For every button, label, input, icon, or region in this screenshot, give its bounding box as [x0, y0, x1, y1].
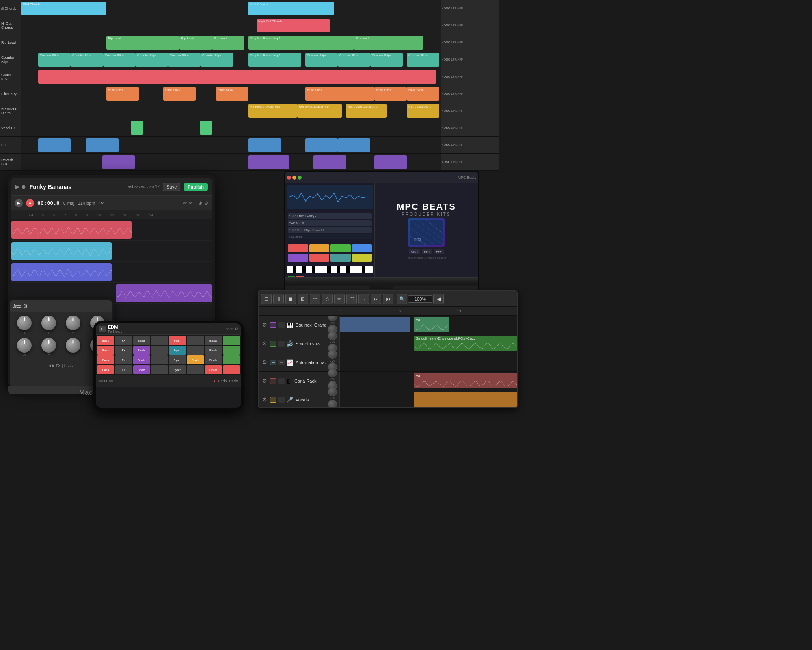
clip[interactable]: Filter Keys [106, 87, 139, 101]
drum-knob[interactable] [66, 316, 80, 330]
ipad-publish-button[interactable]: Publish [184, 183, 208, 191]
pad-cell[interactable] [330, 244, 351, 252]
iphone-pad[interactable]: Beats [133, 365, 150, 374]
iphone-pad[interactable]: Beats [133, 346, 150, 355]
vol-knob[interactable] [328, 406, 337, 407]
solo-button[interactable]: — [278, 378, 285, 384]
grid-button[interactable]: ⊞ [298, 294, 308, 304]
iphone-pad[interactable] [187, 365, 204, 374]
iphone-pad[interactable] [187, 336, 204, 345]
vol-knob[interactable] [328, 331, 337, 340]
clip[interactable] [248, 138, 281, 152]
iphone-pad[interactable]: Beats [205, 346, 222, 355]
iphone-pad[interactable]: Beats [187, 355, 204, 364]
ipad-clip[interactable] [11, 263, 112, 281]
clip[interactable] [102, 155, 135, 169]
iphone-pad[interactable] [223, 336, 240, 345]
iphone-pad[interactable]: Synth [169, 365, 186, 374]
ipad-clip[interactable] [11, 221, 132, 239]
monitor-icon[interactable]: ⊡ [261, 294, 272, 304]
clip[interactable]: High-Cut Chords [257, 19, 330, 32]
clip[interactable]: RetroMod Digital Arp [297, 104, 342, 118]
iphone-pad[interactable]: Bass [97, 336, 114, 345]
skip-back[interactable]: ⏮ [383, 294, 393, 304]
iphone-pad[interactable]: FX [115, 365, 132, 374]
iphone-pad[interactable] [151, 355, 168, 364]
ipad-clip[interactable] [116, 284, 212, 302]
follow-button[interactable]: → [358, 294, 369, 304]
clip[interactable] [200, 121, 212, 135]
play-button[interactable]: ▶ [15, 199, 23, 207]
clip[interactable]: Counter Blips [305, 53, 338, 67]
ardour-clip[interactable]: Smooth saw>Envelopes/LFOs>Cu... [414, 336, 517, 351]
pad-cell[interactable] [309, 254, 330, 262]
ardour-clip[interactable] [414, 392, 517, 407]
pad-cell[interactable] [352, 244, 372, 252]
clip[interactable] [38, 138, 71, 152]
clip[interactable]: Counter Blips [168, 53, 201, 67]
clip[interactable]: Filter Keys [216, 87, 248, 101]
clip[interactable]: Counter Blips [338, 53, 370, 67]
pad-cell[interactable] [288, 244, 308, 252]
clip[interactable]: Counter Blips [38, 53, 71, 67]
drum-knob[interactable] [41, 316, 56, 330]
vol-knob[interactable] [328, 387, 337, 396]
iphone-pad[interactable]: Beats [133, 355, 150, 364]
mpc-play-btn[interactable]: ▶ [288, 276, 295, 277]
iphone-pad[interactable]: Synth [169, 346, 186, 355]
clip[interactable]: Rip Lead [212, 36, 244, 50]
undo-button[interactable]: Undo [218, 379, 227, 383]
clip[interactable]: Counter Blips [407, 53, 439, 67]
iphone-pad[interactable]: FX [115, 355, 132, 364]
iphone-pad[interactable]: Bass [97, 355, 114, 364]
gear-icon[interactable]: ⚙ [261, 377, 268, 385]
drum-knob[interactable] [17, 316, 32, 330]
clip[interactable]: Counter Blips [71, 53, 103, 67]
redo-button[interactable]: Redo [229, 379, 238, 383]
clip[interactable] [305, 138, 338, 152]
drum-knob[interactable] [66, 338, 80, 353]
clip[interactable]: Filter Keys [163, 87, 196, 101]
iphone-pad[interactable]: Beats [133, 336, 150, 345]
ardour-clip[interactable]: Va... [414, 373, 517, 388]
solo-button[interactable]: — [278, 322, 285, 328]
clip[interactable] [313, 155, 346, 169]
drum-knob[interactable] [17, 338, 32, 353]
pad-cell[interactable] [309, 244, 330, 252]
clip[interactable]: Counter Blips [201, 53, 233, 67]
wave-button[interactable]: 〜 [310, 294, 320, 304]
clip[interactable]: Chill Chords [248, 2, 334, 15]
iphone-pad[interactable] [151, 346, 168, 355]
clip[interactable]: Rip Lead [179, 36, 212, 50]
vol-knob[interactable] [328, 368, 337, 377]
iphone-pad[interactable] [151, 336, 168, 345]
ardour-clip[interactable]: Va... [414, 317, 449, 332]
ardour-clip[interactable] [340, 317, 410, 332]
mute-button[interactable]: — [270, 360, 276, 365]
clip[interactable]: Droplets Recording 1 [248, 53, 301, 67]
pad-cell[interactable] [352, 254, 372, 262]
gear-icon[interactable]: ⚙ [261, 396, 268, 403]
iphone-pad[interactable]: Synth [169, 355, 186, 364]
record-button[interactable]: ● [26, 199, 34, 207]
gear-icon[interactable]: ⚙ [261, 340, 268, 347]
iphone-pad[interactable] [151, 365, 168, 374]
solo-button[interactable]: — [278, 397, 285, 403]
skip-forward[interactable]: ⏭ [371, 294, 381, 304]
clip[interactable]: Counter Blips [136, 53, 168, 67]
clip[interactable]: Rip Lead [354, 36, 423, 50]
iphone-pad[interactable]: FX [115, 346, 132, 355]
clip[interactable]: RetroMod Digital Arp [346, 104, 387, 118]
iphone-pad[interactable]: Bass [97, 365, 114, 374]
stop-button[interactable]: ⏹ [285, 294, 296, 304]
mute-button[interactable]: — [270, 397, 276, 403]
iphone-pad[interactable]: Beats [205, 365, 222, 374]
clip[interactable]: Rip Lead [106, 36, 179, 50]
select-button[interactable]: ⬚ [346, 294, 357, 304]
clip[interactable]: Filter Keys [374, 87, 407, 101]
drum-knob[interactable] [41, 338, 56, 353]
iphone-pad[interactable]: Synth [169, 336, 186, 345]
vol-knob[interactable] [328, 350, 337, 359]
vol-knob[interactable] [328, 316, 337, 321]
clip[interactable]: Chill Chords [21, 2, 106, 15]
